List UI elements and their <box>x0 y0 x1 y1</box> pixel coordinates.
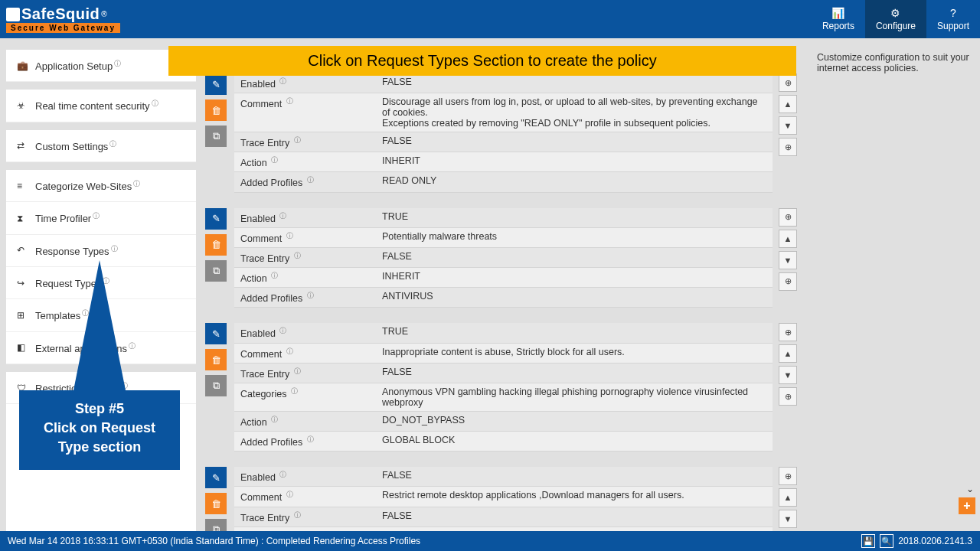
row-key: Trace Entry ⓘ <box>234 507 376 527</box>
row-value: TRUE <box>376 208 773 227</box>
policy-row: Action ⓘDO_NOT_BYPASS <box>234 412 773 432</box>
policy-block: ✎🗑⧉Enabled ⓘTRUEComment ⓘPotentially mal… <box>205 208 799 308</box>
policy-row: Categories ⓘAnonymous VPN gambling hacki… <box>234 383 773 412</box>
delete-icon[interactable]: 🗑 <box>205 234 227 256</box>
policy-row: Added Profiles ⓘANTIVIRUS <box>234 288 773 308</box>
sidebar-item-real-time-content-security[interactable]: ☣Real time content securityⓘ <box>6 90 196 122</box>
callout-arrow <box>74 260 126 390</box>
info-icon: ⓘ <box>271 156 278 164</box>
info-icon: ⓘ <box>114 60 121 67</box>
info-icon: ⓘ <box>133 180 140 187</box>
target-icon[interactable]: ⊕ <box>779 208 797 227</box>
logo-sub: Secure Web Gateway <box>6 23 120 33</box>
target-icon[interactable]: ⊕ <box>779 467 797 485</box>
row-value: FALSE <box>376 467 773 486</box>
policy-row: Action ⓘINHERIT <box>234 268 773 288</box>
row-key: Trace Entry ⓘ <box>234 364 376 383</box>
row-value: GLOBAL BLOCK <box>376 432 773 451</box>
policy-row: Trace Entry ⓘFALSE <box>234 364 773 383</box>
clone-icon[interactable]: ⧉ <box>205 260 227 282</box>
info-icon: ⓘ <box>279 471 286 478</box>
edit-icon[interactable]: ✎ <box>205 73 227 95</box>
row-value: INHERIT <box>376 268 773 287</box>
move-down-icon[interactable]: ▼ <box>779 251 797 269</box>
target-icon[interactable]: ⊕ <box>779 272 797 291</box>
edit-icon[interactable]: ✎ <box>205 467 227 488</box>
policy-row: Trace Entry ⓘFALSE <box>234 248 773 268</box>
move-down-icon[interactable]: ▼ <box>779 116 797 135</box>
row-value: FALSE <box>376 132 773 152</box>
row-value: Anonymous VPN gambling hacking illegal p… <box>376 383 773 411</box>
row-key: Comment ⓘ <box>234 344 376 363</box>
delete-icon[interactable]: 🗑 <box>205 493 227 514</box>
logo-reg: ® <box>101 10 106 18</box>
clone-icon[interactable]: ⧉ <box>205 375 227 396</box>
status-text: Wed Mar 14 2018 16:33:11 GMT+0530 (India… <box>8 536 420 546</box>
row-key: Trace Entry ⓘ <box>234 132 376 152</box>
sidebar-divider <box>6 162 196 170</box>
save-icon[interactable]: 💾 <box>861 534 875 548</box>
custom-settings-icon: ⇄ <box>17 140 28 151</box>
response-types-icon: ↶ <box>17 245 28 256</box>
edit-icon[interactable]: ✎ <box>205 323 227 344</box>
row-value: ANTIVIRUS <box>376 288 773 307</box>
row-value: FALSE <box>376 73 773 93</box>
target-icon[interactable]: ⊕ <box>779 138 797 156</box>
policy-row: Comment ⓘRestrict remote desktop applica… <box>234 487 773 507</box>
move-up-icon[interactable]: ▲ <box>779 488 797 507</box>
edit-icon[interactable]: ✎ <box>205 208 227 230</box>
top-btn-reports[interactable]: 📊Reports <box>812 0 865 38</box>
policy-block: ✎🗑⧉Enabled ⓘFALSEComment ⓘDiscourage all… <box>205 73 799 193</box>
target-icon[interactable]: ⊕ <box>779 387 797 406</box>
info-icon: ⓘ <box>271 272 278 279</box>
top-btn-configure[interactable]: ⚙Configure <box>865 0 926 38</box>
policy-block: ✎🗑⧉Enabled ⓘTRUEComment ⓘInappropriate c… <box>205 323 799 452</box>
step-callout: Step #5 Click on Request Type section <box>19 390 180 470</box>
delete-icon[interactable]: 🗑 <box>205 349 227 370</box>
row-key: Comment ⓘ <box>234 93 376 132</box>
policy-row: Enabled ⓘFALSE <box>234 467 773 487</box>
policy-row: Added Profiles ⓘGLOBAL BLOCK <box>234 432 773 452</box>
sidebar-divider <box>6 122 196 130</box>
time-profiler-icon: ⧗ <box>17 213 28 223</box>
scroll-down-icon[interactable]: ⌄ <box>966 484 974 494</box>
move-up-icon[interactable]: ▲ <box>779 95 797 113</box>
clone-icon[interactable]: ⧉ <box>205 519 227 531</box>
policy-row: Comment ⓘPotentially malware threats <box>234 228 773 248</box>
row-value: FALSE <box>376 364 773 383</box>
info-icon: ⓘ <box>307 176 314 184</box>
row-key: Action ⓘ <box>234 412 376 431</box>
policy-block: ✎🗑⧉Enabled ⓘFALSEComment ⓘRestrict remot… <box>205 467 799 531</box>
delete-icon[interactable]: 🗑 <box>205 99 227 121</box>
sidebar-item-custom-settings[interactable]: ⇄Custom Settingsⓘ <box>6 130 196 162</box>
info-icon: ⓘ <box>286 347 293 355</box>
info-icon: ⓘ <box>286 97 293 105</box>
info-icon: ⓘ <box>307 435 314 443</box>
policy-row: Enabled ⓘTRUE <box>234 208 773 228</box>
policy-row: Trace Entry ⓘFALSE <box>234 132 773 152</box>
policy-rows: Enabled ⓘFALSEComment ⓘRestrict remote d… <box>234 467 773 531</box>
info-icon: ⓘ <box>291 387 298 395</box>
sidebar-item-categorize-web-sites[interactable]: ≡Categorize Web-Sitesⓘ <box>6 170 196 202</box>
policy-rows: Enabled ⓘTRUEComment ⓘPotentially malwar… <box>234 208 773 308</box>
add-button[interactable]: + <box>959 497 975 514</box>
info-icon: ⓘ <box>152 99 158 107</box>
sidebar-item-time-profiler[interactable]: ⧗Time Profilerⓘ <box>6 202 196 234</box>
target-icon[interactable]: ⊕ <box>779 323 797 341</box>
target-icon[interactable]: ⊕ <box>779 73 797 92</box>
sidebar-item-application-setup[interactable]: 💼Application Setupⓘ <box>6 50 196 82</box>
move-up-icon[interactable]: ▲ <box>779 230 797 248</box>
search-icon[interactable]: 🔍 <box>880 534 893 548</box>
move-down-icon[interactable]: ▼ <box>779 366 797 384</box>
move-up-icon[interactable]: ▲ <box>779 344 797 363</box>
clone-icon[interactable]: ⧉ <box>205 126 227 147</box>
move-down-icon[interactable]: ▼ <box>779 510 797 528</box>
row-value: Potentially malware threats <box>376 228 773 247</box>
policy-row: Trace Entry ⓘFALSE <box>234 507 773 527</box>
row-value: FALSE <box>376 248 773 267</box>
info-icon: ⓘ <box>93 212 100 220</box>
info-icon: ⓘ <box>109 140 116 148</box>
top-btn-support[interactable]: ?Support <box>926 0 980 38</box>
request-types-icon: ↪ <box>17 278 28 289</box>
policy-row: Action ⓘINHERIT <box>234 152 773 172</box>
